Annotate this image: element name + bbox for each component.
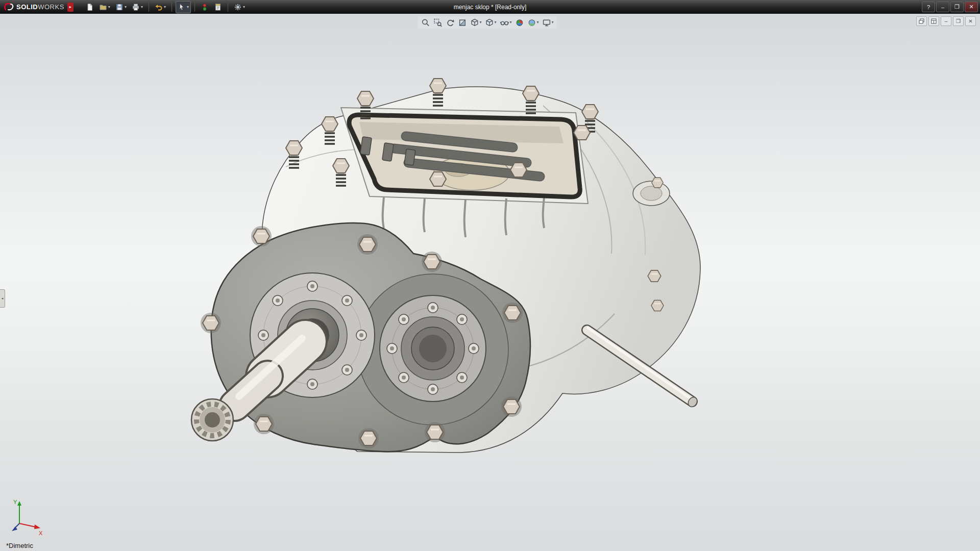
- undo-dropdown-caret[interactable]: ▾: [164, 5, 166, 9]
- select-arrow-icon: [178, 3, 186, 11]
- save-button[interactable]: ▾: [113, 1, 129, 13]
- heads-up-view-toolbar: ▾ ▾ ▾: [418, 16, 557, 29]
- expand-panel-icon: ◂: [2, 296, 4, 300]
- toolbar-separator: [172, 3, 172, 12]
- display-style-icon: [485, 18, 494, 27]
- graphics-viewport[interactable]: ▾ ▾ ▾: [0, 14, 980, 551]
- edit-appearance-icon: [516, 18, 524, 27]
- toolbar-separator: [228, 3, 228, 12]
- save-icon: [115, 3, 124, 11]
- apply-scene-button[interactable]: ▾: [526, 17, 541, 28]
- tile-icon: [931, 18, 937, 24]
- view-orientation-caret[interactable]: ▾: [479, 20, 481, 24]
- document-restore-button[interactable]: ❐: [953, 16, 964, 26]
- options-button[interactable]: ▾: [232, 1, 247, 13]
- solidworks-logo: SOLIDWORKS ▸: [0, 0, 77, 14]
- print-button[interactable]: ▾: [130, 1, 145, 13]
- undo-icon: [155, 3, 163, 11]
- document-minimize-button[interactable]: –: [941, 16, 951, 26]
- hide-show-items-button[interactable]: ▾: [498, 17, 513, 28]
- undo-button[interactable]: ▾: [153, 1, 168, 13]
- document-window-controls: – ❐ ✕: [916, 16, 976, 26]
- view-orientation-button[interactable]: ▾: [469, 17, 483, 28]
- new-document-icon: [86, 3, 94, 11]
- zoom-to-area-icon: [433, 18, 442, 27]
- print-icon: [132, 3, 140, 11]
- minimize-button[interactable]: –: [936, 2, 949, 12]
- file-properties-icon: [214, 3, 222, 11]
- previous-view-icon: [446, 18, 454, 27]
- display-style-caret[interactable]: ▾: [494, 20, 496, 24]
- main-toolbar: ▾ ▾ ▾ ▾: [84, 1, 247, 13]
- tile-windows-button[interactable]: [928, 16, 939, 26]
- select-dropdown-caret[interactable]: ▾: [187, 5, 189, 9]
- toolbar-separator: [149, 3, 149, 12]
- hide-show-items-icon: [500, 18, 509, 27]
- cascade-icon: [919, 18, 924, 24]
- splined-shaft-end: [191, 399, 233, 441]
- rebuild-button[interactable]: [199, 1, 211, 13]
- brand-text: SOLIDWORKS: [16, 3, 64, 11]
- apply-scene-caret[interactable]: ▾: [537, 20, 539, 24]
- apply-scene-icon: [528, 18, 536, 27]
- triad-x-label: X: [39, 530, 43, 536]
- zoom-to-fit-icon: [421, 18, 430, 27]
- open-icon: [99, 3, 107, 11]
- gearbox-model[interactable]: [0, 14, 980, 551]
- logo-expand-icon[interactable]: ▸: [67, 3, 74, 12]
- triad-y-label: Y: [13, 499, 17, 505]
- title-bar: SOLIDWORKS ▸ ▾ ▾: [0, 0, 980, 14]
- top-cover-opening[interactable]: [349, 115, 580, 197]
- featuremanager-collapsed-tab[interactable]: ◂: [0, 289, 5, 308]
- rebuild-icon: [201, 3, 209, 11]
- options-dropdown-caret[interactable]: ▾: [243, 5, 245, 9]
- window-controls: ? – ❐ ✕: [922, 0, 978, 14]
- maximize-button[interactable]: ❐: [950, 2, 964, 12]
- zoom-to-fit-button[interactable]: [420, 17, 431, 28]
- open-dropdown-caret[interactable]: ▾: [108, 5, 110, 9]
- document-close-button[interactable]: ✕: [965, 16, 976, 26]
- edit-appearance-button[interactable]: [514, 17, 526, 28]
- toolbar-separator: [194, 3, 195, 12]
- view-settings-button[interactable]: ▾: [541, 17, 555, 28]
- open-button[interactable]: ▾: [97, 1, 112, 13]
- view-orientation-icon: [470, 18, 479, 27]
- print-dropdown-caret[interactable]: ▾: [141, 5, 143, 9]
- view-orientation-label: *Dimetric: [6, 542, 33, 549]
- display-style-button[interactable]: ▾: [483, 17, 498, 28]
- hide-show-caret[interactable]: ▾: [509, 20, 511, 24]
- options-icon: [234, 3, 242, 11]
- window-title: menjac sklop * [Read-only]: [454, 0, 527, 14]
- close-button[interactable]: ✕: [965, 2, 978, 12]
- section-view-icon: [458, 18, 467, 27]
- reference-triad: Y X: [8, 497, 49, 538]
- save-dropdown-caret[interactable]: ▾: [125, 5, 127, 9]
- view-settings-caret[interactable]: ▾: [552, 20, 554, 24]
- select-button[interactable]: ▾: [176, 1, 191, 13]
- cascade-windows-button[interactable]: [916, 16, 927, 26]
- new-document-button[interactable]: [84, 1, 96, 13]
- dassault-ds-icon: [4, 3, 14, 11]
- file-properties-button[interactable]: [212, 1, 224, 13]
- zoom-to-area-button[interactable]: [432, 17, 444, 28]
- secondary-boss[interactable]: [380, 295, 486, 402]
- help-button[interactable]: ?: [922, 2, 935, 12]
- view-settings-icon: [543, 18, 551, 27]
- section-view-button[interactable]: [456, 17, 468, 28]
- previous-view-button[interactable]: [444, 17, 456, 28]
